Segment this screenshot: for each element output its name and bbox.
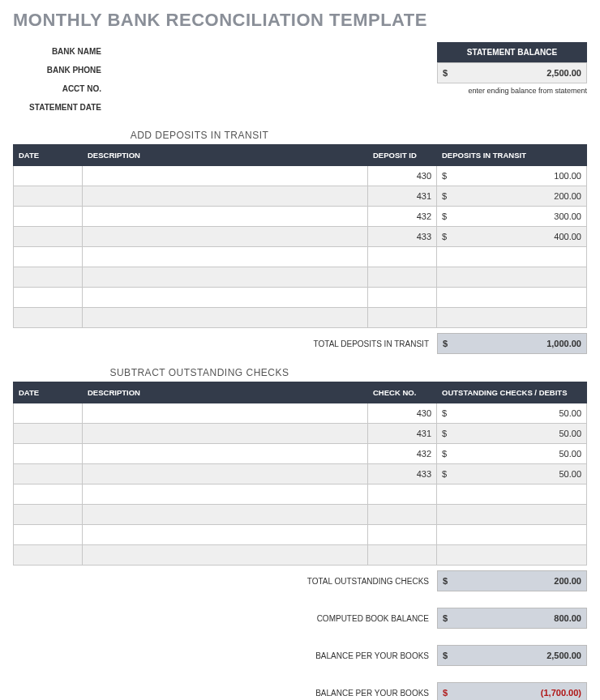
computed-balance-amount: 800.00 xyxy=(448,613,581,623)
cell-amount[interactable]: $50.00 xyxy=(437,403,587,424)
amount-value: 50.00 xyxy=(447,449,581,459)
cell-id[interactable]: 430 xyxy=(368,166,437,186)
table-row xyxy=(14,308,587,328)
cell-id[interactable] xyxy=(368,267,437,288)
cell-amount[interactable]: $50.00 xyxy=(437,464,587,484)
cell-amount[interactable] xyxy=(437,267,587,288)
cell-date[interactable] xyxy=(14,464,83,484)
acct-no-label: ACCT NO. xyxy=(13,79,106,98)
cell-date[interactable] xyxy=(14,227,83,247)
cell-amount[interactable]: $300.00 xyxy=(437,207,587,227)
cell-date[interactable] xyxy=(14,247,83,267)
cell-date[interactable] xyxy=(14,207,83,227)
cell-description[interactable] xyxy=(83,186,368,207)
header-row: BANK NAME BANK PHONE ACCT NO. STATEMENT … xyxy=(13,42,587,117)
deposits-th-amount: DEPOSITS IN TRANSIT xyxy=(437,145,587,166)
cell-description[interactable] xyxy=(83,227,368,247)
table-row: 432$50.00 xyxy=(14,444,587,464)
cell-date[interactable] xyxy=(14,186,83,207)
statement-balance-value[interactable]: $ 2,500.00 xyxy=(437,62,587,83)
cell-description[interactable] xyxy=(83,525,368,545)
cell-description[interactable] xyxy=(83,424,368,444)
cell-description[interactable] xyxy=(83,267,368,288)
computed-balance-row: COMPUTED BOOK BALANCE $ 800.00 xyxy=(13,608,587,629)
deposits-section-title: ADD DEPOSITS IN TRANSIT xyxy=(13,130,386,141)
cell-id[interactable]: 432 xyxy=(368,444,437,464)
amount-value: 50.00 xyxy=(447,429,581,438)
cell-date[interactable] xyxy=(14,424,83,444)
cell-date[interactable] xyxy=(14,288,83,308)
statement-balance-note: enter ending balance from statement xyxy=(437,83,587,95)
cell-id[interactable]: 432 xyxy=(368,207,437,227)
cell-id[interactable] xyxy=(368,505,437,525)
table-row: 430$100.00 xyxy=(14,166,587,186)
cell-id[interactable] xyxy=(368,525,437,545)
balance-per-books-amount-2: (1,700.00) xyxy=(448,688,581,698)
table-row: 431$50.00 xyxy=(14,424,587,444)
cell-description[interactable] xyxy=(83,505,368,525)
amount-value: 100.00 xyxy=(447,171,581,181)
cell-id[interactable] xyxy=(368,308,437,328)
cell-id[interactable] xyxy=(368,247,437,267)
cell-description[interactable] xyxy=(83,308,368,328)
cell-id[interactable]: 430 xyxy=(368,403,437,424)
statement-balance-amount: 2,500.00 xyxy=(448,68,581,78)
cell-id[interactable]: 431 xyxy=(368,186,437,207)
cell-id[interactable] xyxy=(368,484,437,505)
cell-description[interactable] xyxy=(83,288,368,308)
cell-date[interactable] xyxy=(14,484,83,505)
table-row xyxy=(14,484,587,505)
computed-balance-label: COMPUTED BOOK BALANCE xyxy=(13,614,437,623)
cell-date[interactable] xyxy=(14,308,83,328)
page-title: MONTHLY BANK RECONCILIATION TEMPLATE xyxy=(13,10,587,31)
cell-description[interactable] xyxy=(83,207,368,227)
balance-per-books-box-2: $ (1,700.00) xyxy=(437,682,587,700)
amount-value: 50.00 xyxy=(447,469,581,479)
checks-total-box: $ 200.00 xyxy=(437,570,587,591)
checks-th-amount: OUTSTANDING CHECKS / DEBITS xyxy=(437,382,587,403)
cell-id[interactable]: 433 xyxy=(368,464,437,484)
cell-amount[interactable]: $50.00 xyxy=(437,424,587,444)
cell-id[interactable] xyxy=(368,288,437,308)
cell-amount[interactable]: $400.00 xyxy=(437,227,587,247)
cell-id[interactable]: 433 xyxy=(368,227,437,247)
cell-amount[interactable]: $100.00 xyxy=(437,166,587,186)
cell-date[interactable] xyxy=(14,267,83,288)
bank-name-label: BANK NAME xyxy=(13,42,106,61)
cell-description[interactable] xyxy=(83,545,368,566)
cell-date[interactable] xyxy=(14,525,83,545)
cell-amount[interactable] xyxy=(437,525,587,545)
cell-description[interactable] xyxy=(83,484,368,505)
cell-amount[interactable]: $200.00 xyxy=(437,186,587,207)
balance-per-books-label-2: BALANCE PER YOUR BOOKS xyxy=(13,689,437,698)
table-row xyxy=(14,545,587,566)
cell-date[interactable] xyxy=(14,545,83,566)
checks-th-description: DESCRIPTION xyxy=(83,382,368,403)
cell-amount[interactable] xyxy=(437,308,587,328)
cell-id[interactable] xyxy=(368,545,437,566)
cell-date[interactable] xyxy=(14,505,83,525)
cell-amount[interactable] xyxy=(437,247,587,267)
cell-amount[interactable] xyxy=(437,484,587,505)
cell-amount[interactable]: $50.00 xyxy=(437,444,587,464)
table-row xyxy=(14,505,587,525)
info-labels: BANK NAME BANK PHONE ACCT NO. STATEMENT … xyxy=(13,42,106,117)
cell-description[interactable] xyxy=(83,403,368,424)
balance-per-books-label-1: BALANCE PER YOUR BOOKS xyxy=(13,651,437,660)
amount-value: 50.00 xyxy=(447,408,581,418)
cell-date[interactable] xyxy=(14,444,83,464)
cell-description[interactable] xyxy=(83,464,368,484)
cell-amount[interactable] xyxy=(437,288,587,308)
deposits-total-amount: 1,000.00 xyxy=(448,339,581,348)
cell-id[interactable]: 431 xyxy=(368,424,437,444)
cell-description[interactable] xyxy=(83,247,368,267)
cell-date[interactable] xyxy=(14,403,83,424)
cell-amount[interactable] xyxy=(437,505,587,525)
cell-description[interactable] xyxy=(83,444,368,464)
cell-amount[interactable] xyxy=(437,545,587,566)
deposits-th-id: DEPOSIT ID xyxy=(368,145,437,166)
cell-description[interactable] xyxy=(83,166,368,186)
checks-th-id: CHECK NO. xyxy=(368,382,437,403)
cell-date[interactable] xyxy=(14,166,83,186)
balance-per-books-row-1: BALANCE PER YOUR BOOKS $ 2,500.00 xyxy=(13,645,587,666)
